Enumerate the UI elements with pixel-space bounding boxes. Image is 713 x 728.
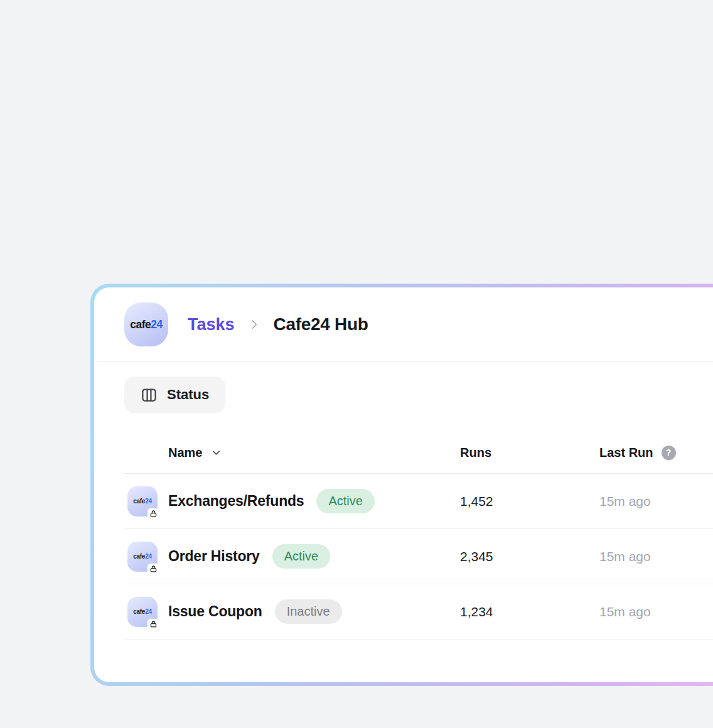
page-title: Cafe24 Hub — [274, 314, 368, 335]
mini-logo-text-accent: 24 — [145, 608, 152, 615]
column-header-runs: Runs — [460, 446, 599, 460]
status-badge: Inactive — [275, 599, 342, 624]
task-name: Exchanges/Refunds — [168, 493, 304, 510]
status-badge: Active — [316, 489, 374, 513]
task-name: Issue Coupon — [168, 603, 262, 620]
columns-icon — [141, 387, 158, 404]
column-header-last-run: Last Run ? — [599, 446, 713, 460]
table-row[interactable]: cafe24 Issue Coupon Inactive 1,234 15m a… — [124, 584, 713, 640]
column-header-name[interactable]: Name — [124, 446, 460, 460]
chevron-right-icon — [248, 318, 260, 331]
table-row[interactable]: cafe24 Order History Active 2,345 15m ag… — [124, 529, 713, 584]
cafe24-task-icon: cafe24 — [127, 486, 158, 517]
page-background: cafe24 Tasks Cafe24 Hub Status — [0, 0, 713, 728]
last-run-value: 15m ago — [599, 549, 713, 564]
task-name-cell: cafe24 Issue Coupon Inactive — [124, 597, 460, 627]
task-name: Order History — [168, 548, 260, 565]
cafe24-task-icon: cafe24 — [127, 542, 158, 572]
lock-icon — [147, 564, 159, 575]
logo-text-main: cafe — [130, 318, 151, 331]
lock-icon — [147, 619, 159, 630]
runs-value: 1,452 — [460, 494, 599, 509]
mini-logo-text-accent: 24 — [145, 498, 152, 505]
status-button-label: Status — [167, 387, 209, 403]
mini-logo-text-main: cafe — [133, 608, 145, 615]
status-button[interactable]: Status — [124, 377, 225, 413]
runs-value: 1,234 — [460, 604, 599, 619]
help-icon[interactable]: ? — [662, 446, 676, 460]
status-badge: Active — [272, 544, 330, 569]
cafe24-logo: cafe24 — [124, 302, 168, 346]
runs-value: 2,345 — [460, 549, 599, 564]
task-name-cell: cafe24 Exchanges/Refunds Active — [124, 486, 460, 517]
lock-icon — [147, 508, 159, 520]
card-header: cafe24 Tasks Cafe24 Hub — [94, 287, 713, 361]
card-body: Status Name Runs Last Run ? — [94, 361, 713, 640]
table-header-row: Name Runs Last Run ? — [124, 413, 713, 474]
breadcrumb-tasks-link[interactable]: Tasks — [188, 315, 235, 335]
chevron-down-icon — [210, 447, 222, 459]
breadcrumb: Tasks Cafe24 Hub — [188, 314, 368, 335]
cafe24-hub-card: cafe24 Tasks Cafe24 Hub Status — [90, 284, 713, 686]
cafe24-task-icon: cafe24 — [127, 597, 158, 627]
column-name-label: Name — [168, 446, 202, 460]
tasks-table: Name Runs Last Run ? cafe2 — [124, 413, 713, 640]
mini-logo-text-main: cafe — [133, 498, 145, 505]
task-name-cell: cafe24 Order History Active — [124, 542, 460, 572]
mini-logo-text-accent: 24 — [145, 553, 152, 560]
last-run-value: 15m ago — [599, 494, 713, 509]
column-last-run-label: Last Run — [599, 446, 653, 460]
table-row[interactable]: cafe24 Exchanges/Refunds Active 1,452 15… — [124, 474, 713, 529]
logo-text-accent: 24 — [151, 318, 162, 331]
mini-logo-text-main: cafe — [133, 553, 145, 560]
last-run-value: 15m ago — [599, 604, 713, 619]
